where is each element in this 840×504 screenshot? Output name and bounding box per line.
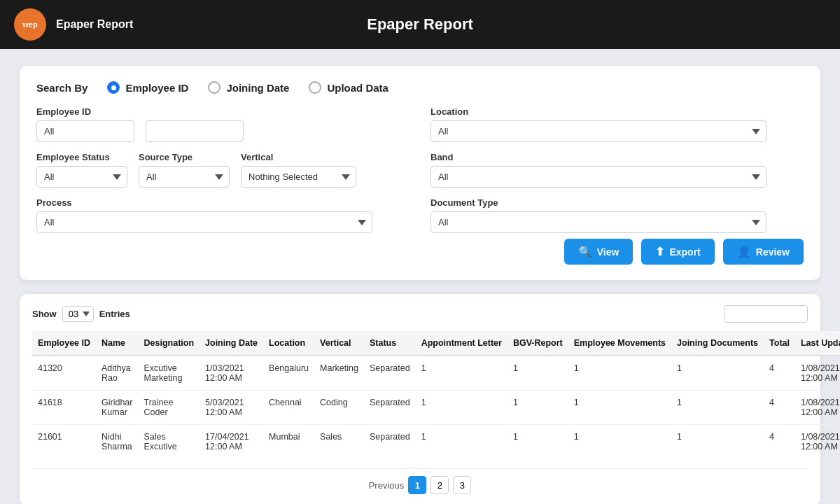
table-cell: 1 [416,356,507,391]
radio-employee-id[interactable]: Employee ID [107,81,188,94]
table-cell: Separated [364,356,416,391]
employee-id-row: Employee ID [36,106,410,142]
previous-label: Previous [369,480,405,491]
table-cell: 1 [416,425,507,459]
table-cell: Trainee Coder [139,391,200,425]
pagination: Previous 1 2 3 [32,468,808,494]
document-type-label: Document Type [430,197,804,208]
table-card: Show 03 05 10 25 Entries Employee ID Nam… [20,294,820,504]
table-cell: 1 [671,425,764,459]
status-source-vertical-row: Employee Status All Source Type All Vert… [36,152,410,188]
export-icon: ⬆ [655,245,664,258]
col-location: Location [263,331,314,356]
table-header-row: Employee ID Name Designation Joining Dat… [32,331,840,356]
document-type-group: Document Type All [430,197,804,233]
table-cell: 41320 [32,356,96,391]
radio-label-upload-data: Upload Data [327,82,388,94]
location-label: Location [430,106,804,117]
col-last-updated: Last Updated [795,331,840,356]
process-group: Process All [36,197,410,233]
page-title: Epaper Report [367,15,473,34]
table-cell: 1 [507,356,568,391]
radio-label-employee-id: Employee ID [125,82,188,94]
table-cell: Separated [364,425,416,459]
table-cell: 1/08/2021 12:00 AM [795,356,840,391]
table-cell: Giridhar Kumar [96,391,138,425]
page-btn-3[interactable]: 3 [453,476,471,494]
export-label: Export [669,246,700,258]
col-employee-movements: Employee Movements [568,331,671,356]
table-search-input[interactable] [724,305,808,323]
review-button[interactable]: 👤 Review [723,239,804,265]
table-cell: Separated [364,391,416,425]
table-cell: 5/03/2021 12:00 AM [200,391,263,425]
employee-id-extra-group [146,106,244,142]
table-cell: 1 [568,391,671,425]
source-type-select[interactable]: All [139,166,230,188]
col-designation: Designation [139,331,200,356]
table-cell: 1 [568,356,671,391]
radio-circle-joining-date [208,81,220,94]
table-cell: 17/04/2021 12:00 AM [200,425,263,459]
table-row[interactable]: 41320Adithya RaoExcutive Marketing1/03/2… [32,356,840,391]
document-type-select[interactable]: All [430,211,766,233]
table-row[interactable]: 41618Giridhar KumarTrainee Coder5/03/202… [32,391,840,425]
export-button[interactable]: ⬆ Export [641,239,714,265]
table-cell: Sales Excutive [139,425,200,459]
radio-label-joining-date: Joining Date [226,82,289,94]
location-group: Location All Bengaluru Chennai Mumbai [430,106,804,142]
table-cell: Mumbai [263,425,314,459]
radio-joining-date[interactable]: Joining Date [208,81,289,94]
process-select[interactable]: All [36,211,372,233]
table-cell: Nidhi Sharma [96,425,138,459]
employee-status-label: Employee Status [36,152,127,162]
table-cell: 21601 [32,425,96,459]
table-cell: 4 [764,391,795,425]
source-type-group: Source Type All [139,152,230,188]
col-name: Name [96,331,138,356]
table-row[interactable]: 21601Nidhi SharmaSales Excutive17/04/202… [32,425,840,459]
table-cell: Adithya Rao [96,356,138,391]
vertical-label: Vertical [241,152,356,162]
radio-circle-employee-id [107,81,120,94]
band-label: Band [430,152,804,162]
view-icon: 🔍 [578,245,592,258]
show-label: Show [32,309,57,319]
entries-label: Entries [99,309,130,319]
col-total: Total [764,331,795,356]
table-cell: 1 [568,425,671,459]
band-select[interactable]: All [430,166,766,188]
filter-columns: Employee ID Employee Status All [36,106,804,233]
view-label: View [597,246,620,258]
location-select[interactable]: All Bengaluru Chennai Mumbai [430,120,766,142]
radio-upload-data[interactable]: Upload Data [309,81,388,94]
table-controls: Show 03 05 10 25 Entries [32,305,808,323]
band-group: Band All [430,152,804,188]
data-table: Employee ID Name Designation Joining Dat… [32,331,840,458]
col-status: Status [364,331,416,356]
logo: wep [14,8,46,41]
col-employee-id: Employee ID [32,331,96,356]
table-cell: 4 [764,425,795,459]
employee-id-group: Employee ID [36,106,134,142]
employee-id-input2[interactable] [146,120,244,142]
vertical-select[interactable]: Nothing Selected Marketing Coding Sales [241,166,356,188]
col-bgv-report: BGV-Report [507,331,568,356]
page-btn-2[interactable]: 2 [430,476,449,494]
table-cell: 1 [507,425,568,459]
employee-id-input[interactable] [36,120,134,142]
search-by-row: Search By Employee ID Joining Date Uploa… [36,81,804,94]
header: wep Epaper Report Epaper Report [0,0,840,49]
employee-status-select[interactable]: All [36,166,127,188]
view-button[interactable]: 🔍 View [564,239,634,265]
table-cell: 41618 [32,391,96,425]
table-cell: 1/08/2021 12:00 AM [795,425,840,459]
employee-status-group: Employee Status All [36,152,127,188]
vertical-group: Vertical Nothing Selected Marketing Codi… [241,152,356,188]
entries-select[interactable]: 03 05 10 25 [62,306,94,322]
col-vertical: Vertical [314,331,364,356]
col-appointment-letter: Appointment Letter [416,331,507,356]
filter-card: Search By Employee ID Joining Date Uploa… [20,66,820,280]
page-btn-1[interactable]: 1 [408,476,426,494]
employee-id-extra-label [146,106,244,117]
